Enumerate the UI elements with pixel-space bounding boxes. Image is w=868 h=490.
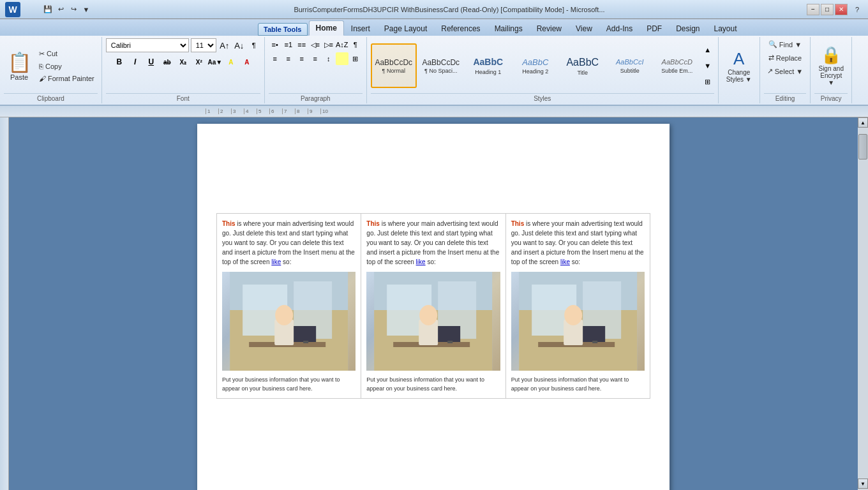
cell-1-biz-info: Put your business information that you w…: [222, 376, 355, 393]
font-group-content: Calibri 11 A↑ A↓ ¶ B I U ab X₂ X² Aa▼ A …: [106, 38, 260, 93]
style-subtitle[interactable]: AaBbCcI Subtitle: [607, 43, 653, 88]
show-formatting-button[interactable]: ¶: [349, 38, 362, 51]
redo-button[interactable]: ↪: [68, 4, 79, 15]
format-painter-icon: 🖌: [39, 75, 46, 82]
minimize-button[interactable]: −: [807, 4, 819, 15]
style-no-spacing[interactable]: AaBbCcDc ¶ No Spaci...: [418, 43, 464, 88]
style-normal[interactable]: AaBbCcDc ¶ Normal: [371, 43, 417, 88]
tab-home[interactable]: Home: [309, 20, 344, 36]
justify-button[interactable]: ≡: [309, 52, 322, 65]
change-styles-button[interactable]: A ChangeStyles ▼: [722, 43, 756, 88]
tab-add-ins[interactable]: Add-Ins: [599, 21, 640, 36]
styles-gallery-content: AaBbCcDc ¶ Normal AaBbCcDc ¶ No Spaci...…: [371, 38, 714, 93]
list-row: ≡• ≡1 ≡≡ ◁≡ ▷≡ A↕Z ¶: [269, 38, 362, 51]
undo-button[interactable]: ↩: [55, 4, 66, 15]
replace-icon: ⇄: [768, 54, 774, 62]
cell-1-link: like: [271, 258, 281, 265]
cut-button[interactable]: ✂ Cut: [36, 48, 98, 60]
clear-formatting-button[interactable]: ¶: [248, 39, 260, 52]
grow-font-button[interactable]: A↑: [218, 39, 231, 52]
font-color-button[interactable]: A: [240, 55, 254, 69]
font-group-label: Font: [106, 93, 260, 102]
cell-2-link: like: [416, 258, 426, 265]
font-size-select[interactable]: 11: [191, 38, 216, 52]
style-subtitle-preview: AaBbCcI: [609, 57, 651, 67]
italic-button[interactable]: I: [128, 55, 142, 69]
close-button[interactable]: ✕: [835, 4, 848, 15]
styles-scroll-down[interactable]: ▼: [701, 59, 714, 72]
privacy-group-label: Privacy: [814, 93, 848, 102]
multilevel-list-button[interactable]: ≡≡: [296, 38, 308, 51]
sign-encrypt-button[interactable]: 🔒 Sign andEncrypt ▼: [814, 43, 848, 88]
table-cell-3: This is where your main advertising text…: [505, 214, 650, 399]
paste-label: Paste: [10, 73, 28, 81]
svg-point-6: [275, 305, 293, 325]
tab-pdf[interactable]: PDF: [640, 21, 669, 36]
tab-page-layout[interactable]: Page Layout: [377, 21, 434, 36]
cell-3-biz-info: Put your business information that you w…: [511, 376, 645, 393]
select-button[interactable]: ↗ Select ▼: [764, 65, 806, 77]
change-styles-label: ChangeStyles ▼: [726, 69, 752, 83]
bold-button[interactable]: B: [112, 55, 126, 69]
superscript-button[interactable]: X²: [192, 55, 206, 69]
find-button[interactable]: 🔍 Find ▼: [765, 38, 805, 50]
tab-layout[interactable]: Layout: [707, 21, 744, 36]
styles-more-button[interactable]: ⊞: [701, 75, 714, 88]
align-left-button[interactable]: ≡: [269, 52, 281, 65]
save-button[interactable]: 💾: [42, 4, 54, 15]
increase-indent-button[interactable]: ▷≡: [322, 38, 335, 51]
sign-encrypt-icon: 🔒: [821, 45, 841, 65]
decrease-indent-button[interactable]: ◁≡: [309, 38, 322, 51]
cell-3-image: [511, 272, 645, 371]
select-icon: ↗: [767, 67, 773, 75]
cell-2-image: [366, 272, 500, 371]
borders-button[interactable]: ⊞: [349, 52, 362, 65]
line-spacing-button[interactable]: ↕: [322, 52, 335, 65]
copy-button[interactable]: ⎘ Copy: [36, 61, 98, 72]
style-heading2[interactable]: AaBbC Heading 2: [513, 43, 558, 88]
shading-button[interactable]: [336, 52, 348, 65]
svg-rect-25: [583, 326, 605, 342]
numbering-button[interactable]: ≡1: [282, 38, 295, 51]
scroll-thumb[interactable]: [858, 134, 867, 160]
tab-view[interactable]: View: [569, 21, 599, 36]
tab-mailings[interactable]: Mailings: [488, 21, 530, 36]
subscript-button[interactable]: X₂: [176, 55, 190, 69]
quick-access-more-button[interactable]: ▼: [80, 4, 92, 15]
style-title[interactable]: AaBbC Title: [560, 43, 606, 88]
change-case-button[interactable]: Aa▼: [208, 55, 222, 69]
maximize-button[interactable]: □: [821, 4, 834, 15]
scroll-up-button[interactable]: ▲: [858, 117, 868, 128]
office-image-2: [366, 272, 500, 371]
vertical-scrollbar[interactable]: ▲ ▼ ⊡: [858, 117, 868, 490]
scroll-down-button[interactable]: ▼: [858, 479, 868, 489]
paste-button[interactable]: 📋 Paste: [4, 43, 34, 88]
font-group: Calibri 11 A↑ A↓ ¶ B I U ab X₂ X² Aa▼ A …: [102, 37, 265, 103]
underline-button[interactable]: U: [144, 55, 158, 69]
align-right-button[interactable]: ≡: [296, 52, 308, 65]
tab-review[interactable]: Review: [530, 21, 569, 36]
font-name-select[interactable]: Calibri: [106, 38, 189, 52]
strikethrough-button[interactable]: ab: [160, 55, 174, 69]
replace-button[interactable]: ⇄ Replace: [765, 52, 805, 64]
editing-group: 🔍 Find ▼ ⇄ Replace ↗ Select ▼ Editing: [760, 37, 811, 103]
style-subtle-em[interactable]: AaBbCcD Subtle Em...: [654, 43, 700, 88]
tab-references[interactable]: References: [434, 21, 487, 36]
cell-1-highlight: This: [222, 220, 236, 227]
style-subtle-em-label: Subtle Em...: [661, 68, 692, 74]
sort-button[interactable]: A↕Z: [336, 38, 348, 51]
cell-3-link: like: [560, 258, 570, 265]
align-center-button[interactable]: ≡: [282, 52, 295, 65]
bullets-button[interactable]: ≡•: [269, 38, 281, 51]
shrink-font-button[interactable]: A↓: [233, 39, 246, 52]
tab-design[interactable]: Design: [669, 21, 707, 36]
clipboard-group-label: Clipboard: [4, 93, 98, 102]
style-heading1[interactable]: AaBbC Heading 1: [465, 43, 511, 88]
styles-scroll-up[interactable]: ▲: [701, 43, 714, 56]
text-highlight-button[interactable]: A: [224, 55, 238, 69]
cell-2-biz-info: Put your business information that you w…: [366, 376, 500, 393]
help-button[interactable]: ?: [851, 4, 863, 15]
tab-insert[interactable]: Insert: [344, 21, 377, 36]
format-painter-button[interactable]: 🖌 Format Painter: [36, 73, 98, 84]
svg-point-15: [419, 305, 437, 325]
